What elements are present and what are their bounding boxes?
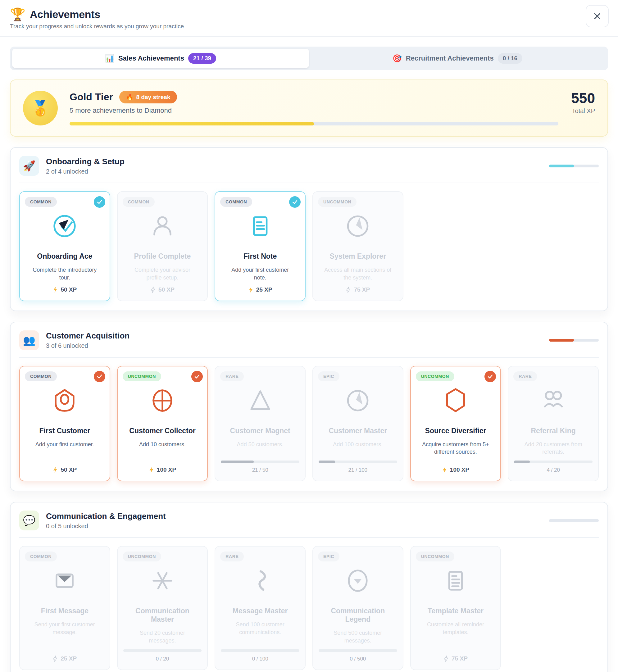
achievement-card[interactable]: RARE Customer Magnet Add 50 customers. 2… bbox=[215, 366, 306, 482]
xp-value: 50 XP bbox=[159, 286, 175, 293]
tab-count-badge: 0 / 16 bbox=[498, 53, 523, 64]
achievement-progress: 0 / 100 bbox=[221, 644, 299, 662]
section-icon: 🚀 bbox=[19, 156, 39, 176]
progress-track bbox=[123, 649, 202, 652]
progress-fill bbox=[514, 460, 530, 463]
document-icon bbox=[442, 567, 469, 596]
achievement-card-grid: COMMON First Customer Add your first cus… bbox=[19, 358, 599, 482]
achievement-section-3: 💬 Communication & Engagement 0 of 5 unlo… bbox=[10, 502, 608, 672]
trophy-icon: 🏆 bbox=[10, 8, 25, 20]
xp-value: 50 XP bbox=[61, 466, 77, 473]
rarity-badge: UNCOMMON bbox=[416, 552, 454, 561]
close-icon bbox=[593, 12, 602, 20]
achievement-description: Add 20 customers from referrals. bbox=[518, 441, 588, 456]
achievement-title: First Note bbox=[243, 252, 277, 260]
xp-reward: 50 XP bbox=[150, 282, 175, 293]
achievement-card[interactable]: COMMON First Customer Add your first cus… bbox=[19, 366, 110, 482]
achievement-card[interactable]: EPIC Customer Master Add 100 customers. … bbox=[312, 366, 403, 482]
tab-count-badge: 21 / 39 bbox=[188, 53, 216, 64]
achievement-card[interactable]: COMMON First Note Add your first custome… bbox=[215, 191, 306, 301]
progress-ratio: 21 / 100 bbox=[319, 467, 397, 473]
achievement-progress: 0 / 20 bbox=[123, 644, 202, 662]
achievement-progress: 21 / 50 bbox=[221, 456, 299, 473]
rarity-badge: EPIC bbox=[318, 371, 339, 381]
section-icon: 👥 bbox=[19, 330, 39, 350]
rarity-badge: COMMON bbox=[25, 552, 57, 561]
achievement-card[interactable]: COMMON Profile Complete Complete your ad… bbox=[117, 191, 208, 301]
achievement-card[interactable]: UNCOMMON Template Master Customize all r… bbox=[410, 546, 501, 670]
section-progress-bar bbox=[549, 519, 599, 522]
streak-label: 8 day streak bbox=[136, 94, 171, 101]
wave-icon bbox=[246, 567, 274, 596]
achievement-title: Referral King bbox=[531, 427, 576, 435]
achievement-description: Access all main sections of the system. bbox=[323, 266, 393, 282]
achievement-card[interactable]: UNCOMMON System Explorer Access all main… bbox=[312, 191, 403, 301]
achievement-description: Add 10 customers. bbox=[139, 441, 186, 448]
progress-ratio: 4 / 20 bbox=[514, 467, 593, 473]
lightning-icon bbox=[53, 655, 58, 662]
achievement-description: Send your first customer message. bbox=[30, 621, 100, 636]
achievement-title: Profile Complete bbox=[134, 252, 191, 260]
lightning-icon bbox=[53, 466, 58, 473]
tab-label: Sales Achievements bbox=[118, 54, 184, 63]
rarity-badge: UNCOMMON bbox=[416, 371, 454, 381]
close-modal-button[interactable] bbox=[586, 5, 609, 27]
rarity-badge: UNCOMMON bbox=[123, 371, 161, 381]
achievement-title: Onboarding Ace bbox=[37, 252, 92, 260]
progress-ratio: 0 / 20 bbox=[123, 656, 202, 662]
achievement-description: Add your first customer. bbox=[35, 441, 94, 448]
section-title: Communication & Engagement bbox=[46, 512, 166, 521]
lightning-icon bbox=[53, 286, 58, 293]
progress-fill bbox=[221, 460, 254, 463]
total-xp-label: Total XP bbox=[571, 107, 595, 115]
achievement-card[interactable]: COMMON First Message Send your first cus… bbox=[19, 546, 110, 670]
progress-ratio: 0 / 500 bbox=[319, 656, 397, 662]
tab-sales-achievements[interactable]: 📊 Sales Achievements 21 / 39 bbox=[12, 49, 309, 68]
total-xp-value: 550 bbox=[571, 91, 595, 106]
triangle-icon bbox=[246, 387, 274, 416]
xp-reward: 50 XP bbox=[53, 282, 77, 293]
unlocked-check-icon bbox=[94, 371, 105, 382]
achievement-title: System Explorer bbox=[330, 252, 386, 260]
xp-reward: 75 XP bbox=[443, 650, 468, 662]
progress-track bbox=[221, 460, 299, 463]
tier-progress-bar bbox=[70, 122, 558, 125]
achievement-card[interactable]: RARE Referral King Add 20 customers from… bbox=[508, 366, 599, 482]
xp-value: 25 XP bbox=[256, 286, 272, 293]
achievement-progress: 4 / 20 bbox=[514, 456, 593, 473]
achievement-title: Source Diversifier bbox=[425, 427, 486, 435]
fire-icon: 🔥 bbox=[126, 94, 133, 101]
xp-reward: 75 XP bbox=[346, 282, 370, 293]
xp-value: 25 XP bbox=[61, 655, 77, 662]
page-title: Achievements bbox=[30, 8, 100, 20]
achievement-card[interactable]: EPIC Communication Legend Send 500 custo… bbox=[312, 546, 403, 670]
progress-fill bbox=[319, 460, 335, 463]
lightning-icon bbox=[346, 286, 351, 293]
tab-recruitment-achievements[interactable]: 🎯 Recruitment Achievements 0 / 16 bbox=[309, 49, 606, 68]
achievement-title: Message Master bbox=[233, 607, 288, 615]
unlocked-check-icon bbox=[94, 196, 105, 208]
achievement-title: Communication Master bbox=[123, 607, 202, 624]
tier-progress-fill bbox=[70, 122, 314, 125]
bar-chart-icon: 📊 bbox=[105, 54, 114, 62]
tab-label: Recruitment Achievements bbox=[406, 54, 494, 63]
achievements-tab-bar: 📊 Sales Achievements 21 / 39 🎯 Recruitme… bbox=[10, 46, 608, 70]
achievement-description: Complete the introductory tour. bbox=[30, 266, 100, 282]
xp-value: 100 XP bbox=[157, 466, 176, 473]
envelope-icon bbox=[51, 567, 78, 596]
achievement-card[interactable]: UNCOMMON Source Diversifier Acquire cust… bbox=[410, 366, 501, 482]
section-icon: 💬 bbox=[19, 511, 39, 530]
achievement-card[interactable]: UNCOMMON Customer Collector Add 10 custo… bbox=[117, 366, 208, 482]
achievement-card[interactable]: UNCOMMON Communication Master Send 20 cu… bbox=[117, 546, 208, 670]
progress-ratio: 0 / 100 bbox=[221, 656, 299, 662]
achievement-card[interactable]: RARE Message Master Send 100 customer co… bbox=[215, 546, 306, 670]
achievement-description: Complete your advisor profile setup. bbox=[127, 266, 197, 282]
achievement-title: Communication Legend bbox=[319, 607, 397, 624]
rarity-badge: COMMON bbox=[123, 197, 154, 207]
achievement-title: Template Master bbox=[428, 607, 484, 615]
lightning-icon bbox=[248, 286, 253, 293]
asterisk-icon bbox=[149, 567, 176, 596]
achievement-sections: 🚀 Onboarding & Setup 2 of 4 unlocked COM… bbox=[0, 147, 618, 672]
achievement-card[interactable]: COMMON Onboarding Ace Complete the intro… bbox=[19, 191, 110, 301]
achievement-title: Customer Master bbox=[329, 427, 387, 435]
